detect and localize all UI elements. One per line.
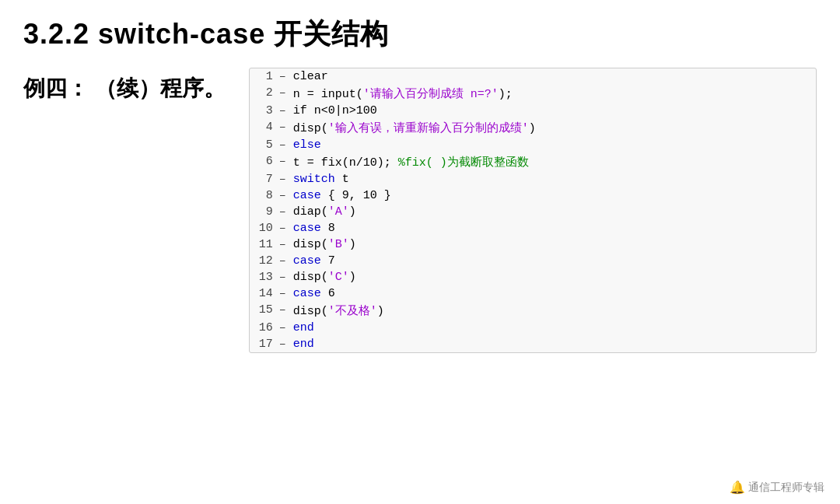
table-row: 7– switch t [250,171,816,187]
line-dash: – [278,236,290,253]
line-code: case 7 [290,253,816,269]
code-segment: 'B' [328,238,349,251]
line-dash: – [278,204,290,220]
code-segment: case [293,254,321,268]
table-row: 5–else [250,137,816,153]
line-dash: – [278,253,290,269]
line-number: 2 [250,85,278,103]
line-dash: – [278,137,290,153]
line-dash: – [278,187,290,204]
line-dash: – [278,103,290,119]
code-segment: diap( [293,205,328,219]
code-segment: case [293,222,321,235]
line-code: end [290,336,816,352]
code-segment: t = fix(n/10); [293,156,398,170]
line-dash: – [278,119,290,137]
code-segment: disp( [293,238,328,251]
code-segment: ) [377,305,384,318]
line-number: 1 [250,68,278,85]
line-dash: – [278,68,290,85]
code-segment: case [293,287,321,300]
code-segment: case [293,189,321,202]
table-row: 12– case 7 [250,253,816,269]
line-number: 3 [250,103,278,119]
table-row: 1–clear [250,68,816,85]
code-segment: 7 [321,254,335,268]
line-number: 14 [250,285,278,302]
line-number: 10 [250,220,278,236]
code-segment: '输入有误，请重新输入百分制的成绩' [328,122,529,135]
line-dash: – [278,85,290,103]
line-dash: – [278,302,290,320]
table-row: 2–n = input('请输入百分制成绩 n=?'); [250,85,816,103]
code-segment: disp( [293,122,328,135]
line-number: 11 [250,236,278,253]
code-segment: 'C' [328,271,349,284]
line-code: clear [290,68,816,85]
code-segment: switch [293,173,335,186]
line-number: 6 [250,153,278,171]
code-segment: disp( [293,271,328,284]
code-segment: ) [529,122,536,135]
code-segment: else [293,138,321,152]
line-number: 4 [250,119,278,137]
line-dash: – [278,285,290,302]
line-code: case 6 [290,285,816,302]
code-segment: if n<0|n>100 [293,104,377,117]
line-dash: – [278,336,290,352]
table-row: 8– case { 9, 10 } [250,187,816,204]
table-row: 13– disp('C') [250,269,816,285]
code-segment: %fix( )为截断取整函数 [398,156,529,170]
table-row: 16– end [250,320,816,336]
table-row: 9– diap('A') [250,204,816,220]
code-panel: 1–clear2–n = input('请输入百分制成绩 n=?');3–if … [249,68,817,353]
line-dash: – [278,269,290,285]
code-segment: 6 [321,287,335,300]
line-dash: – [278,320,290,336]
line-dash: – [278,220,290,236]
table-row: 11– disp('B') [250,236,816,253]
code-segment: end [293,321,314,334]
line-number: 16 [250,320,278,336]
line-code: else [290,137,816,153]
line-code: case { 9, 10 } [290,187,816,204]
line-code: disp('输入有误，请重新输入百分制的成绩') [290,119,816,137]
code-segment: disp( [293,305,328,318]
code-segment: end [293,338,314,351]
line-code: switch t [290,171,816,187]
line-number: 8 [250,187,278,204]
code-segment: ) [349,271,356,284]
line-code: end [290,320,816,336]
code-segment: ) [349,205,356,219]
code-segment: '请输入百分制成绩 n=?' [363,88,499,101]
line-number: 13 [250,269,278,285]
line-code: disp('C') [290,269,816,285]
table-row: 4– disp('输入有误，请重新输入百分制的成绩') [250,119,816,137]
line-number: 5 [250,137,278,153]
code-segment: { 9, 10 } [321,189,391,202]
code-segment: ); [499,88,513,101]
table-row: 14– case 6 [250,285,816,302]
line-number: 12 [250,253,278,269]
line-number: 15 [250,302,278,320]
table-row: 10– case 8 [250,220,816,236]
code-segment: 8 [321,222,335,235]
table-row: 15– disp('不及格') [250,302,816,320]
table-row: 17–end [250,336,816,352]
left-label: 例四： （续）程序。 [23,68,226,103]
line-code: if n<0|n>100 [290,103,816,119]
line-code: disp('不及格') [290,302,816,320]
line-code: disp('B') [290,236,816,253]
code-segment: n = input( [293,88,363,101]
line-code: n = input('请输入百分制成绩 n=?'); [290,85,816,103]
line-code: t = fix(n/10); %fix( )为截断取整函数 [290,153,816,171]
line-number: 7 [250,171,278,187]
line-code: diap('A') [290,204,816,220]
page-title: 3.2.2 switch-case 开关结构 [23,16,817,54]
code-segment: t [335,173,349,186]
watermark: 🔔 通信工程师专辑 [730,480,824,495]
line-code: case 8 [290,220,816,236]
code-segment: '不及格' [328,305,377,318]
line-dash: – [278,153,290,171]
line-dash: – [278,171,290,187]
